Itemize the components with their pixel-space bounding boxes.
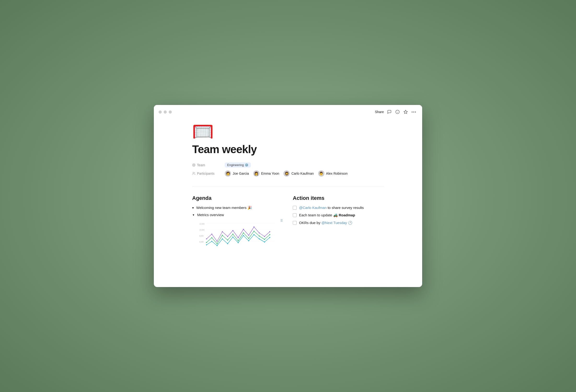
participant-carlo-name: Carlo Kaufman	[291, 171, 314, 175]
svg-point-27	[248, 235, 249, 236]
svg-point-19	[206, 238, 207, 239]
svg-point-26	[243, 229, 244, 230]
participants-property-row: Participants 🧑 Joe Garcia 👩 Emma Yoon 🧔 …	[192, 170, 384, 177]
svg-point-4	[412, 112, 413, 112]
action-items-title: Action items	[293, 195, 384, 201]
participant-emma[interactable]: 👩 Emma Yoon	[253, 170, 279, 177]
checkbox-3[interactable]	[293, 221, 297, 225]
more-icon[interactable]	[411, 109, 416, 114]
participants-property-label: Participants	[192, 171, 221, 175]
svg-point-25	[238, 237, 239, 238]
agenda-item-welcome: • Welcoming new team members 🎉	[192, 206, 283, 210]
team-property-label: Team	[192, 163, 221, 167]
chart-container: 12,000 10,000 8,000 6,000	[192, 220, 283, 249]
svg-point-50	[232, 236, 233, 237]
agenda-item-metrics[interactable]: ▼ Metrics overview	[192, 213, 283, 217]
svg-point-54	[254, 234, 255, 235]
close-button[interactable]	[159, 111, 162, 113]
svg-point-36	[227, 240, 228, 241]
agenda-title: Agenda	[192, 195, 283, 201]
chart-options-icon[interactable]: ⠿	[280, 219, 283, 223]
two-column-layout: Agenda • Welcoming new team members 🎉 ▼ …	[192, 195, 384, 249]
share-button[interactable]: Share	[375, 110, 384, 114]
svg-point-56	[264, 242, 265, 243]
target-icon	[192, 163, 196, 167]
svg-text:10,000: 10,000	[199, 229, 205, 231]
svg-point-20	[211, 234, 212, 235]
agenda-list: • Welcoming new team members 🎉 ▼ Metrics…	[192, 206, 283, 217]
info-icon[interactable]	[395, 109, 400, 114]
titlebar: Share	[154, 105, 422, 118]
svg-point-29	[259, 232, 260, 233]
svg-point-22	[222, 231, 223, 232]
svg-point-24	[232, 230, 233, 231]
svg-point-53	[248, 240, 249, 241]
action-item-3: OKRs due by @Next Tuesday 🕐	[293, 221, 384, 225]
svg-point-46	[211, 241, 212, 242]
page-icon[interactable]: 🥅	[192, 123, 384, 140]
svg-point-32	[206, 242, 207, 243]
avatar-carlo: 🧔	[284, 170, 290, 177]
svg-point-33	[211, 237, 212, 238]
traffic-lights	[159, 111, 172, 113]
svg-point-21	[217, 241, 218, 242]
svg-point-40	[248, 238, 249, 239]
participants-label: Participants	[197, 171, 214, 175]
toggle-icon: ▼	[192, 214, 195, 216]
metrics-chart: 12,000 10,000 8,000 6,000	[192, 220, 283, 249]
comment-icon[interactable]	[387, 109, 392, 114]
svg-point-5	[413, 112, 414, 112]
svg-point-30	[264, 236, 265, 237]
svg-point-39	[243, 232, 244, 233]
avatar-emma: 👩	[253, 170, 259, 177]
svg-point-49	[227, 243, 228, 244]
action-item-1-text: @Carlo Kaufman to share survey results	[299, 206, 364, 210]
roadmap-link[interactable]: Roadmap	[339, 213, 355, 217]
participant-carlo[interactable]: 🧔 Carlo Kaufman	[284, 170, 314, 177]
avatar-alex: 👨	[318, 170, 324, 177]
minimize-button[interactable]	[164, 111, 167, 113]
action-item-3-text: OKRs due by @Next Tuesday 🕐	[299, 221, 353, 225]
engineering-tag[interactable]: Engineering ⚙️	[225, 163, 251, 168]
svg-point-6	[415, 112, 416, 112]
svg-point-37	[232, 234, 233, 235]
svg-point-47	[217, 245, 218, 246]
main-window: Share	[154, 105, 422, 287]
agenda-item-metrics-text: Metrics overview	[197, 213, 224, 217]
checkbox-2[interactable]	[293, 213, 297, 217]
action-item-1: @Carlo Kaufman to share survey results	[293, 206, 384, 210]
bullet-icon: •	[192, 205, 194, 210]
participant-joe[interactable]: 🧑 Joe Garcia	[225, 170, 249, 177]
svg-marker-3	[404, 110, 407, 113]
fullscreen-button[interactable]	[169, 111, 172, 113]
participants-list: 🧑 Joe Garcia 👩 Emma Yoon 🧔 Carlo Kaufman…	[225, 170, 348, 177]
participant-alex[interactable]: 👨 Alex Robinson	[318, 170, 348, 177]
svg-point-55	[259, 238, 260, 239]
page-title: Team weekly	[192, 143, 384, 156]
svg-point-45	[206, 244, 207, 245]
svg-point-44	[269, 234, 270, 235]
svg-point-34	[217, 243, 218, 244]
checkbox-1[interactable]	[293, 206, 297, 210]
svg-text:12,000: 12,000	[199, 223, 205, 225]
team-value[interactable]: Engineering ⚙️	[225, 163, 251, 168]
participant-alex-name: Alex Robinson	[326, 171, 348, 175]
svg-point-35	[222, 235, 223, 236]
svg-point-41	[254, 231, 255, 232]
svg-point-28	[254, 226, 255, 227]
svg-point-23	[227, 236, 228, 237]
svg-point-38	[238, 240, 239, 241]
svg-point-9	[194, 165, 194, 165]
action-items-section: Action items @Carlo Kaufman to share sur…	[293, 195, 384, 249]
svg-point-48	[222, 238, 223, 239]
svg-point-43	[264, 239, 265, 240]
star-icon[interactable]	[403, 109, 408, 114]
svg-point-42	[259, 236, 260, 236]
team-property-row: Team Engineering ⚙️	[192, 163, 384, 168]
participant-emma-name: Emma Yoon	[261, 171, 279, 175]
carlo-mention[interactable]: @Carlo Kaufman	[299, 206, 327, 210]
svg-text:6,000: 6,000	[199, 241, 204, 243]
action-item-2-text: Each team to update 🚜 Roadmap	[299, 213, 355, 217]
page-content: 🥅 Team weekly Team Engineering ⚙️	[154, 118, 422, 258]
next-tuesday-mention[interactable]: @Next Tuesday 🕐	[321, 221, 352, 225]
